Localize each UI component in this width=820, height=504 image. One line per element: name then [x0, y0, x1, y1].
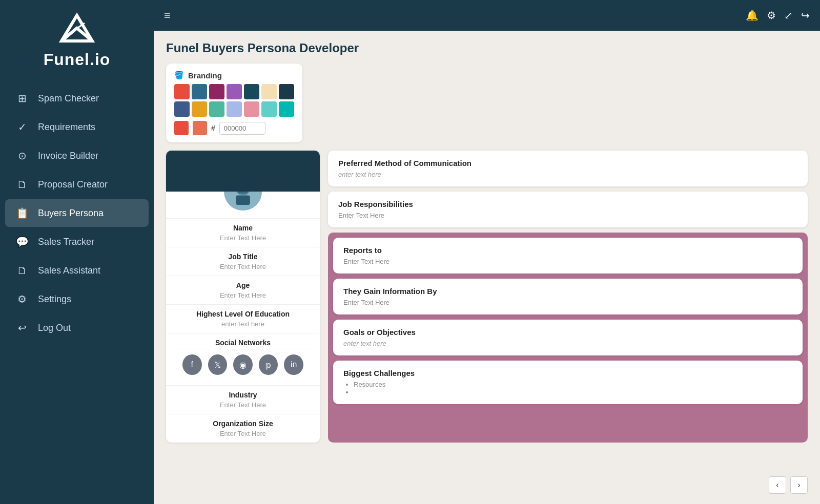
linkedin-icon[interactable]: in: [284, 354, 303, 375]
sidebar-item-invoice-builder[interactable]: ⊙ Invoice Builder: [5, 142, 149, 170]
info-card-communication: Preferred Method of Communication enter …: [328, 151, 808, 186]
nav-arrows: ‹ ›: [769, 476, 808, 494]
notification-icon[interactable]: 🔔: [746, 9, 758, 22]
twitter-icon[interactable]: 𝕏: [208, 354, 228, 375]
color-swatch-0[interactable]: [174, 84, 190, 99]
color-swatch-9[interactable]: [209, 101, 224, 117]
job-responsibilities-value[interactable]: Enter Text Here: [338, 212, 797, 219]
color-swatch-11[interactable]: [244, 101, 259, 117]
selected-color-swatch-2[interactable]: [193, 121, 207, 135]
main-content: ≡ 🔔 ⚙ ⤢ ↪ Funel Buyers Persona Developer…: [154, 0, 820, 504]
communication-value[interactable]: enter text here: [338, 171, 797, 178]
education-field: Highest Level Of Education enter text he…: [166, 304, 320, 333]
color-swatch-7[interactable]: [174, 101, 190, 117]
gain-information-value[interactable]: Enter Text Here: [343, 299, 792, 306]
invoice-icon: ⊙: [15, 149, 29, 162]
social-networks-field: Social Networks f 𝕏 ◉ 𝕡 in: [166, 333, 320, 385]
pinterest-icon[interactable]: 𝕡: [259, 354, 278, 375]
sidebar-item-spam-checker[interactable]: ⊞ Spam Checker: [5, 85, 149, 112]
industry-label: Industry: [174, 391, 312, 399]
color-swatch-13[interactable]: [279, 101, 294, 117]
color-swatch-3[interactable]: [227, 84, 242, 99]
sidebar-item-requirements[interactable]: ✓ Requirements: [5, 113, 149, 141]
branding-label: Branding: [188, 71, 222, 80]
social-networks-label: Social Networks: [174, 339, 312, 347]
hash-label: #: [211, 124, 215, 132]
job-title-label: Job Title: [174, 253, 312, 261]
persona-card: Name Enter Text Here Job Title Enter Tex…: [166, 151, 320, 443]
job-title-value[interactable]: Enter Text Here: [174, 263, 312, 270]
education-value[interactable]: enter text here: [174, 320, 312, 328]
branding-input-row: #: [174, 121, 294, 135]
color-swatch-4[interactable]: [244, 84, 259, 99]
next-button[interactable]: ›: [790, 476, 808, 494]
info-card-goals: Goals or Objectives enter text here: [333, 320, 803, 355]
name-value[interactable]: Enter Text Here: [174, 234, 312, 242]
color-swatch-1[interactable]: [192, 84, 207, 99]
content-area: Funel Buyers Persona Developer 🪣 Brandin…: [154, 31, 820, 478]
proposal-icon: 🗋: [15, 178, 29, 191]
hex-color-input[interactable]: [219, 122, 265, 135]
hamburger-menu[interactable]: ≡: [164, 9, 171, 22]
color-swatch-12[interactable]: [261, 101, 277, 117]
industry-value[interactable]: Enter Text Here: [174, 401, 312, 409]
selected-color-swatch-1[interactable]: [174, 121, 189, 135]
sidebar: Funel.io ⊞ Spam Checker ✓ Requirements ⊙…: [0, 0, 154, 504]
org-size-field: Organization Size Enter Text Here: [166, 414, 320, 443]
persona-container: Name Enter Text Here Job Title Enter Tex…: [166, 151, 808, 443]
logo-icon: [56, 10, 97, 46]
reports-to-title: Reports to: [343, 246, 792, 255]
sales-tracker-icon: 💬: [15, 235, 29, 248]
sidebar-item-sales-tracker[interactable]: 💬 Sales Tracker: [5, 228, 149, 256]
color-swatch-10[interactable]: [227, 101, 242, 117]
fullscreen-icon[interactable]: ⤢: [784, 9, 793, 22]
sidebar-item-label: Log Out: [38, 323, 71, 333]
sidebar-item-logout[interactable]: ↩ Log Out: [5, 314, 149, 342]
logout-topbar-icon[interactable]: ↪: [801, 9, 810, 22]
sales-assistant-icon: 🗋: [15, 264, 29, 277]
info-card-challenges: Biggest Challenges Resources: [333, 361, 803, 404]
instagram-icon[interactable]: ◉: [233, 354, 253, 375]
org-size-value[interactable]: Enter Text Here: [174, 430, 312, 437]
persona-top-bg: [166, 151, 320, 192]
job-title-field: Job Title Enter Text Here: [166, 247, 320, 276]
age-value[interactable]: Enter Text Here: [174, 291, 312, 299]
color-swatch-2[interactable]: [209, 84, 224, 99]
sidebar-navigation: ⊞ Spam Checker ✓ Requirements ⊙ Invoice …: [0, 85, 154, 342]
prev-button[interactable]: ‹: [769, 476, 786, 494]
sidebar-item-sales-assistant[interactable]: 🗋 Sales Assistant: [5, 257, 149, 284]
challenge-item-2[interactable]: [354, 388, 792, 396]
sidebar-item-label: Proposal Creator: [38, 179, 108, 190]
paint-bucket-icon: 🪣: [174, 71, 184, 80]
settings-icon: ⚙: [15, 292, 29, 306]
reports-to-value[interactable]: Enter Text Here: [343, 258, 792, 265]
education-label: Highest Level Of Education: [174, 310, 312, 318]
age-label: Age: [174, 281, 312, 289]
sidebar-item-buyers-persona[interactable]: 📋 Buyers Persona: [5, 199, 149, 227]
goals-value[interactable]: enter text here: [343, 340, 792, 347]
gear-icon[interactable]: ⚙: [767, 9, 776, 22]
color-grid: [174, 84, 294, 117]
logo: Funel.io: [44, 10, 111, 69]
color-swatch-5[interactable]: [261, 84, 277, 99]
social-icons-row: f 𝕏 ◉ 𝕡 in: [174, 349, 312, 380]
spam-checker-icon: ⊞: [15, 92, 29, 105]
color-swatch-6[interactable]: [279, 84, 294, 99]
branding-panel: 🪣 Branding #: [166, 64, 302, 142]
gain-information-title: They Gain Information By: [343, 287, 792, 296]
industry-field: Industry Enter Text Here: [166, 385, 320, 414]
color-swatch-8[interactable]: [192, 101, 207, 117]
topbar: ≡ 🔔 ⚙ ⤢ ↪: [154, 0, 820, 31]
name-field: Name Enter Text Here: [166, 218, 320, 247]
communication-title: Preferred Method of Communication: [338, 159, 797, 167]
svg-rect-10: [236, 195, 250, 205]
sidebar-item-proposal-creator[interactable]: 🗋 Proposal Creator: [5, 171, 149, 198]
job-responsibilities-title: Job Responsibilities: [338, 200, 797, 208]
sidebar-item-label: Sales Tracker: [38, 237, 94, 247]
challenge-item-1[interactable]: Resources: [354, 381, 792, 388]
purple-background-section: Reports to Enter Text Here They Gain Inf…: [328, 233, 808, 443]
org-size-label: Organization Size: [174, 419, 312, 428]
sidebar-item-settings[interactable]: ⚙ Settings: [5, 285, 149, 313]
page-title: Funel Buyers Persona Developer: [166, 41, 808, 55]
facebook-icon[interactable]: f: [182, 354, 202, 375]
